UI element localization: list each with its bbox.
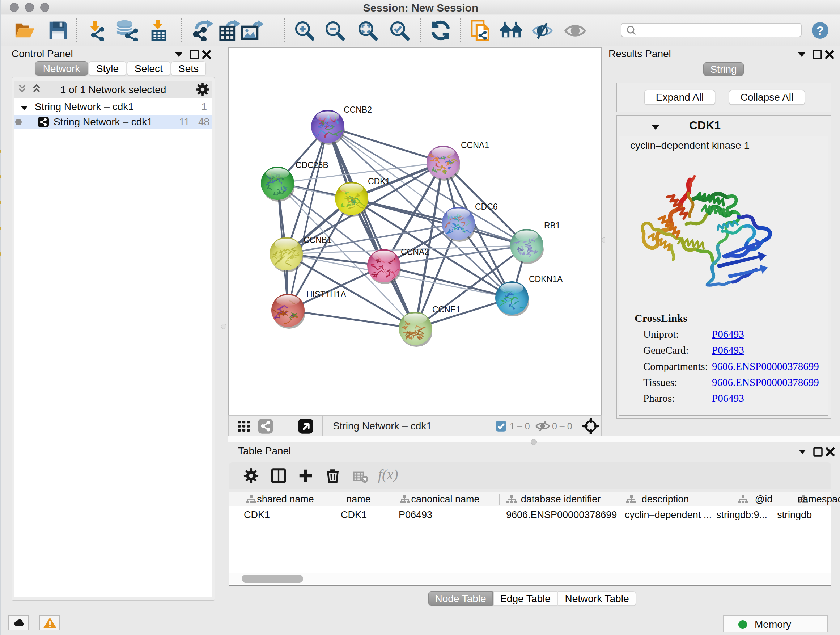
- svg-text:CDC6: CDC6: [475, 202, 498, 211]
- svg-text:RB1: RB1: [544, 221, 561, 230]
- svg-text:HIST1H1A: HIST1H1A: [306, 290, 347, 299]
- svg-text:CDKN1A: CDKN1A: [529, 274, 563, 284]
- svg-text:CCNE1: CCNE1: [432, 305, 461, 314]
- svg-text:CCNB2: CCNB2: [344, 105, 372, 114]
- svg-text:CDC25B: CDC25B: [295, 160, 328, 170]
- svg-text:CCNA2: CCNA2: [401, 247, 429, 257]
- svg-text:CDK1: CDK1: [368, 177, 390, 186]
- svg-text:CCNB1: CCNB1: [303, 235, 332, 245]
- svg-text:CCNA1: CCNA1: [461, 141, 489, 150]
